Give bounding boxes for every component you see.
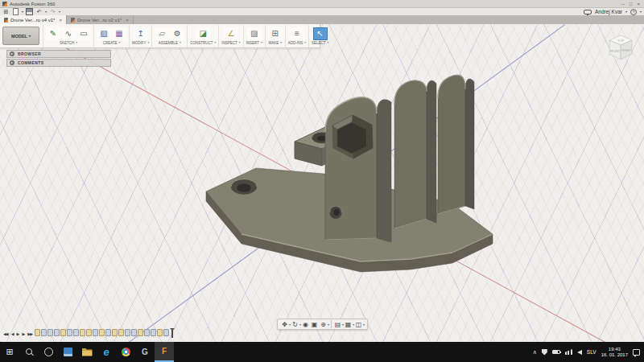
timeline-feature-icon-4[interactable] xyxy=(54,329,60,336)
timeline-feature-icon-7[interactable] xyxy=(73,329,79,336)
timeline-playhead[interactable] xyxy=(171,329,173,338)
press-pull-icon[interactable]: ↥ xyxy=(134,27,148,40)
expand-toggle-icon[interactable]: ▸ xyxy=(10,60,14,65)
timeline-feature-icon-3[interactable] xyxy=(47,329,53,336)
app-launcher-button[interactable]: ⊞ xyxy=(2,8,10,15)
measure-icon[interactable]: ∠ xyxy=(224,27,238,40)
user-dropdown-caret[interactable]: ▾ xyxy=(625,10,627,14)
panel-comments[interactable]: ▸COMMENTS xyxy=(6,59,111,67)
nav-viewports-caret[interactable]: ▾ xyxy=(363,323,365,327)
timeline-feature-icon-19[interactable] xyxy=(151,329,156,336)
tab-close-icon[interactable]: × xyxy=(126,18,129,23)
insert-image-icon[interactable]: ▨ xyxy=(247,27,262,40)
two-point-rectangle-icon[interactable]: ▭ xyxy=(76,27,91,40)
panel-browser[interactable]: ▸BROWSER xyxy=(6,50,111,58)
file-dropdown-caret[interactable]: ▾ xyxy=(22,10,23,14)
timeline-sketch-icon-17[interactable] xyxy=(138,329,143,336)
tab-drone-v4[interactable]: Drone Ver...ro v4 v1* × xyxy=(0,15,67,24)
timeline-play-button[interactable]: ▶ xyxy=(15,331,21,336)
timeline-feature-icon-2[interactable] xyxy=(41,329,47,336)
view-cube[interactable]: TOP FRONT RIGHT xyxy=(601,32,641,72)
volume-icon[interactable] xyxy=(577,350,582,355)
construct-group-label[interactable]: CONSTRUCT▾ xyxy=(190,41,216,45)
comment-icon[interactable] xyxy=(584,10,592,14)
nav-zoom-caret[interactable]: ▾ xyxy=(328,323,329,327)
nav-viewports-icon[interactable]: ◫ xyxy=(354,319,363,329)
hidden-icons-chevron[interactable]: ∧ xyxy=(533,349,537,356)
expand-toggle-icon[interactable]: ▸ xyxy=(10,51,14,56)
3d-print-icon[interactable]: ⊞ xyxy=(268,27,283,40)
tab-close-icon[interactable]: × xyxy=(59,18,62,23)
add-ins-group-label[interactable]: ADD-INS▾ xyxy=(288,41,306,45)
redo-dropdown-caret[interactable]: ▾ xyxy=(59,10,60,14)
timeline-sketch-icon-14[interactable] xyxy=(118,329,124,336)
make-group-label[interactable]: MAKE▾ xyxy=(268,41,282,45)
chrome-icon[interactable] xyxy=(116,342,135,362)
modify-group-label[interactable]: MODIFY▾ xyxy=(132,41,149,45)
timeline-sketch-icon-20[interactable] xyxy=(157,329,163,336)
timeline-feature-icon-10[interactable] xyxy=(93,329,98,336)
spline-icon[interactable]: ∿ xyxy=(61,27,76,40)
nav-pan-icon[interactable]: ✥ xyxy=(280,319,289,329)
timeline-feature-icon-21[interactable] xyxy=(163,329,169,336)
select-group-label[interactable]: SELECT▾ xyxy=(312,41,328,45)
insert-group-label[interactable]: INSERT▾ xyxy=(246,41,262,45)
nav-zoom-window-icon[interactable]: ▣ xyxy=(310,319,319,329)
inspect-group-label[interactable]: INSPECT▾ xyxy=(221,41,240,45)
undo-dropdown-caret[interactable]: ▾ xyxy=(45,10,47,14)
language-indicator[interactable]: SLV xyxy=(587,349,597,355)
action-center-icon[interactable] xyxy=(633,349,640,356)
search-icon[interactable] xyxy=(19,342,39,362)
nav-zoom-icon[interactable]: ⊕ xyxy=(319,319,328,329)
scripts-addins-icon[interactable]: ≡ xyxy=(290,27,304,40)
dropdown-caret-icon[interactable]: ▾ xyxy=(304,41,306,44)
maximize-button[interactable]: □ xyxy=(630,0,633,8)
timeline-step-back-button[interactable]: ◀ xyxy=(10,331,15,336)
nav-orbit-icon[interactable]: ↻ xyxy=(291,319,299,329)
edge-icon[interactable]: e xyxy=(97,342,116,362)
cortana-icon[interactable] xyxy=(39,342,58,362)
file-explorer-icon[interactable] xyxy=(77,342,97,362)
dropdown-caret-icon[interactable]: ▾ xyxy=(148,41,150,44)
timeline-feature-icon-16[interactable] xyxy=(131,329,137,336)
file-button[interactable] xyxy=(12,8,19,15)
timeline-sketch-icon-5[interactable] xyxy=(60,329,66,336)
dropdown-caret-icon[interactable]: ▾ xyxy=(180,41,181,44)
timeline-sketch-icon-11[interactable] xyxy=(99,329,105,336)
start-icon[interactable]: ⊞ xyxy=(0,342,19,362)
select-icon[interactable]: ↖ xyxy=(313,27,328,40)
new-component-icon[interactable]: ▱ xyxy=(155,27,169,40)
dropdown-caret-icon[interactable]: ▾ xyxy=(239,41,241,44)
clock[interactable]: 19:43 16. 01. 2017 xyxy=(601,347,628,358)
joint-icon[interactable]: ⚙ xyxy=(170,27,184,40)
dropdown-caret-icon[interactable]: ▾ xyxy=(261,41,262,44)
new-body-icon[interactable]: ▧ xyxy=(97,27,111,40)
timeline-go-to-end-button[interactable]: ▶▶ xyxy=(26,331,34,336)
save-button[interactable] xyxy=(26,8,33,15)
window-titlebar[interactable]: Autodesk Fusion 360 – □ × xyxy=(0,0,644,8)
timeline-feature-icon-15[interactable] xyxy=(125,329,130,336)
dropdown-caret-icon[interactable]: ▾ xyxy=(328,41,329,44)
tab-drone-v2[interactable]: Drone Ver...ro v2 v1* × xyxy=(67,15,134,24)
timeline-feature-icon-6[interactable] xyxy=(67,329,72,336)
offset-plane-icon[interactable]: ◪ xyxy=(196,27,210,40)
timeline-step-forward-button[interactable]: ▶ xyxy=(20,331,26,336)
timeline-feature-icon-12[interactable] xyxy=(105,329,111,336)
redo-button[interactable]: ↷ xyxy=(49,8,56,15)
minimize-button[interactable]: – xyxy=(622,0,625,8)
mail-icon[interactable] xyxy=(58,342,77,362)
dropdown-caret-icon[interactable]: ▾ xyxy=(76,41,77,44)
workspace-selector[interactable]: MODEL ▾ xyxy=(2,27,39,45)
create-group-label[interactable]: CREATE▾ xyxy=(103,41,121,45)
timeline-sketch-icon-1[interactable] xyxy=(35,329,40,336)
nav-look-at-icon[interactable]: ◉ xyxy=(301,319,310,329)
timeline-sketch-icon-8[interactable] xyxy=(80,329,85,336)
timeline-sketch-icon-9[interactable] xyxy=(86,329,92,336)
app-g-icon[interactable]: G xyxy=(135,342,155,362)
create-sketch-icon[interactable]: ✎ xyxy=(46,27,60,40)
nav-display-settings-icon[interactable]: ▤ xyxy=(333,319,342,329)
help-icon[interactable]: ? xyxy=(630,9,637,15)
assemble-group-label[interactable]: ASSEMBLE▾ xyxy=(159,41,181,45)
nav-grid-layout-icon[interactable]: ▦ xyxy=(344,319,353,329)
sketch-group-label[interactable]: SKETCH▾ xyxy=(60,41,77,45)
